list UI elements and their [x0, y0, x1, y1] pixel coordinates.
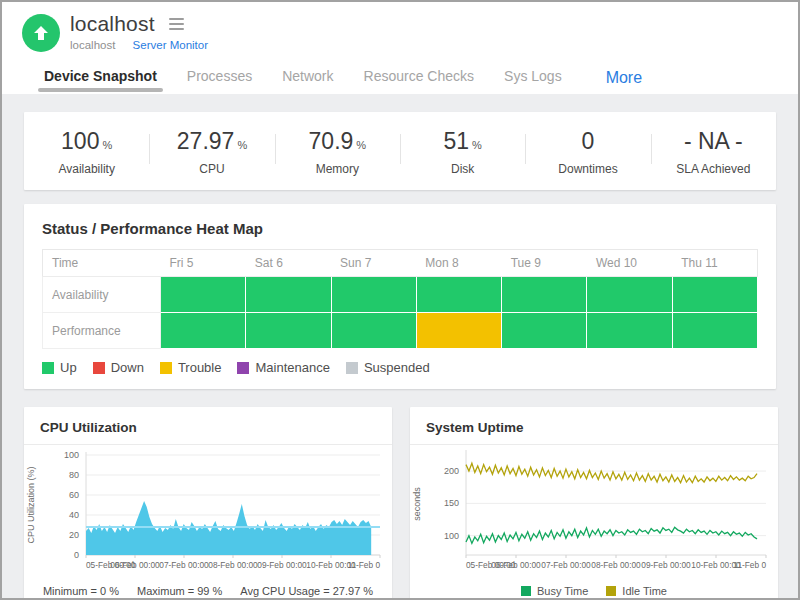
heatmap-cell-up[interactable] — [587, 313, 672, 349]
status-up-avatar — [22, 14, 60, 52]
uptime-chart-title: System Uptime — [410, 407, 778, 445]
stat-number: 0 — [582, 128, 595, 154]
stat-value: 0 — [525, 128, 650, 155]
stat-label: Availability — [24, 162, 149, 176]
summary-stats-card: 100%Availability27.97%CPU70.9%Memory51%D… — [24, 112, 776, 190]
hamburger-menu-icon[interactable] — [167, 13, 186, 35]
x-tick-label: 11-Feb 0 — [733, 560, 766, 570]
breadcrumb-monitor-type-link[interactable]: Server Monitor — [133, 39, 208, 51]
heatmap-cell-up[interactable] — [246, 277, 331, 313]
legend-item-suspended: Suspended — [346, 360, 430, 375]
stat-label: Disk — [400, 162, 525, 176]
breadcrumb-device: localhost — [70, 39, 115, 51]
legend-swatch — [606, 586, 616, 596]
stat-disk: 51%Disk — [400, 126, 525, 176]
x-tick-label: 06-Feb 00:00 — [110, 560, 160, 570]
stat-unit: % — [102, 139, 112, 151]
legend-swatch-maintenance — [237, 362, 249, 374]
heatmap-cell-up[interactable] — [161, 313, 246, 349]
stat-value: 100% — [24, 128, 149, 155]
cpu-utilization-card: CPU Utilization 02040608010005-Feb 00:00… — [24, 407, 392, 598]
heatmap-cell-up[interactable] — [587, 277, 672, 313]
heatmap-cell-up[interactable] — [246, 313, 331, 349]
heatmap-cell-up[interactable] — [672, 277, 757, 313]
cpu-utilization-chart[interactable]: 02040608010005-Feb 00:0006-Feb 00:0007-F… — [24, 445, 392, 583]
legend-item-trouble: Trouble — [160, 360, 222, 375]
stat-value: 27.97% — [149, 128, 274, 155]
heatmap-header-row: TimeFri 5Sat 6Sun 7Mon 8Tue 9Wed 10Thu 1… — [43, 250, 758, 277]
y-tick-label: 20 — [69, 530, 79, 540]
heatmap-cell-up[interactable] — [502, 313, 587, 349]
stat-label: SLA Achieved — [651, 162, 776, 176]
app-window: localhost localhost Server Monitor Devic… — [0, 0, 800, 600]
heatmap-col-thu-11: Thu 11 — [672, 250, 757, 277]
y-tick-label: 200 — [444, 466, 459, 476]
stat-number: 51 — [443, 128, 469, 154]
uptime-legend-busy-time: Busy Time — [521, 585, 588, 597]
legend-label: Busy Time — [537, 585, 588, 597]
heatmap-cell-up[interactable] — [161, 277, 246, 313]
heatmap-cell-up[interactable] — [331, 313, 416, 349]
tab-network[interactable]: Network — [276, 62, 339, 94]
tab-resource-checks[interactable]: Resource Checks — [358, 62, 481, 94]
cpu-stat-1: Maximum = 99 % — [137, 585, 222, 597]
legend-label: Up — [60, 360, 77, 375]
y-tick-label: 100 — [64, 450, 79, 460]
heatmap-cell-up[interactable] — [416, 277, 501, 313]
y-axis-label: seconds — [412, 487, 422, 521]
legend-label: Suspended — [364, 360, 430, 375]
cpu-stat-2: Avg CPU Usage = 27.97 % — [240, 585, 373, 597]
heatmap-cell-up[interactable] — [331, 277, 416, 313]
x-tick-label: 07-Feb 00:00 — [159, 560, 209, 570]
heatmap-col-wed-10: Wed 10 — [587, 250, 672, 277]
stat-label: Memory — [275, 162, 400, 176]
heatmap-col-tue-9: Tue 9 — [502, 250, 587, 277]
heatmap-row-availability: Availability — [43, 277, 758, 313]
tab-more[interactable]: More — [600, 63, 648, 94]
legend-swatch-trouble — [160, 362, 172, 374]
stat-unit: % — [472, 139, 482, 151]
tab-sys-logs[interactable]: Sys Logs — [498, 62, 568, 94]
x-tick-label: 07-Feb 00:00 — [541, 560, 591, 570]
line-series-idle-time — [466, 463, 757, 482]
stat-cpu: 27.97%CPU — [149, 126, 274, 176]
breadcrumb: localhost Server Monitor — [70, 39, 208, 51]
stat-number: - NA - — [684, 128, 743, 154]
y-tick-label: 40 — [69, 510, 79, 520]
legend-swatch-suspended — [346, 362, 358, 374]
dashboard-page: 100%Availability27.97%CPU70.9%Memory51%D… — [2, 94, 798, 598]
system-uptime-chart[interactable]: 10015020005-Feb 00:0006-Feb 00:0007-Feb … — [410, 445, 778, 581]
stat-value: 70.9% — [275, 128, 400, 155]
heatmap-header: TimeFri 5Sat 6Sun 7Mon 8Tue 9Wed 10Thu 1… — [43, 250, 758, 277]
heatmap-col-time: Time — [43, 250, 161, 277]
y-tick-label: 80 — [69, 470, 79, 480]
tab-device-snapshot[interactable]: Device Snapshot — [38, 62, 163, 94]
stat-memory: 70.9%Memory — [275, 126, 400, 176]
tab-bar: Device SnapshotProcessesNetworkResource … — [22, 62, 798, 94]
cpu-stats-line: Minimum = 0 %Maximum = 99 %Avg CPU Usage… — [24, 585, 392, 597]
heatmap-cell-up[interactable] — [502, 277, 587, 313]
uptime-legend-idle-time: Idle Time — [606, 585, 667, 597]
legend-swatch — [521, 586, 531, 596]
heatmap-col-mon-8: Mon 8 — [416, 250, 501, 277]
stat-downtimes: 0Downtimes — [525, 126, 650, 176]
legend-swatch-down — [93, 362, 105, 374]
legend-item-down: Down — [93, 360, 144, 375]
heatmap-row-label: Availability — [43, 277, 161, 313]
x-tick-label: 11-Feb 0 — [347, 560, 380, 570]
legend-label: Trouble — [178, 360, 222, 375]
stat-number: 100 — [61, 128, 99, 154]
x-tick-label: 09-Feb 00:00 — [641, 560, 691, 570]
tab-processes[interactable]: Processes — [181, 62, 258, 94]
legend-label: Maintenance — [255, 360, 329, 375]
stat-availability: 100%Availability — [24, 126, 149, 176]
stat-number: 70.9 — [309, 128, 354, 154]
stat-label: Downtimes — [525, 162, 650, 176]
stat-value: - NA - — [651, 128, 776, 155]
heatmap-title: Status / Performance Heat Map — [42, 220, 758, 237]
stat-sla-achieved: - NA -SLA Achieved — [651, 126, 776, 176]
heatmap-cell-up[interactable] — [672, 313, 757, 349]
y-tick-label: 150 — [444, 498, 459, 508]
heatmap-cell-trouble[interactable] — [416, 313, 501, 349]
legend-label: Down — [111, 360, 144, 375]
